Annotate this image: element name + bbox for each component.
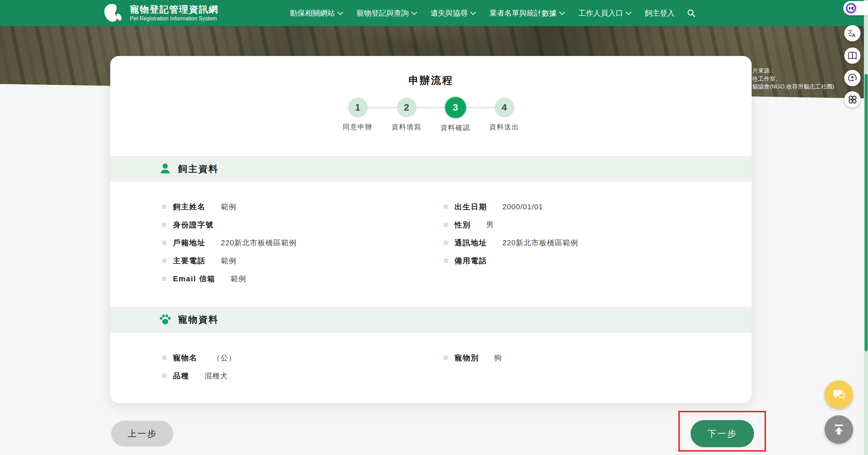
- main-nav: 動保相關網站 寵物登記與查詢 遺失與協尋 業者名單與統計數據 工作人員入口 飼主…: [290, 0, 696, 26]
- chat-feedback-button[interactable]: [825, 380, 853, 409]
- pet-section-header: 寵物資料: [110, 306, 752, 333]
- field-gender: 性別 男: [444, 216, 578, 234]
- field-label: 身份證字號: [173, 220, 214, 230]
- field-value: 220新北市板橋區範例: [502, 238, 578, 248]
- search-icon: [687, 9, 696, 18]
- back-to-top-button[interactable]: [825, 415, 853, 444]
- nav-pet-registration-query[interactable]: 寵物登記與查詢: [356, 8, 416, 18]
- nav-item-label: 動保相關網站: [290, 8, 335, 18]
- pet-fields-left: 寵物名 （公） 品種 混種犬: [162, 349, 236, 385]
- field-value: （公）: [213, 353, 236, 363]
- search-button[interactable]: [687, 9, 696, 18]
- site-subtitle: Pet Registration Information System: [130, 15, 218, 22]
- step-circle: 2: [397, 98, 417, 117]
- field-bullet: [162, 259, 167, 263]
- nav-owner-login[interactable]: 飼主登入: [645, 8, 675, 18]
- photo-credit-line: 牲工作室、: [752, 75, 834, 83]
- next-step-button[interactable]: 下一步: [691, 420, 754, 447]
- field-bullet: [162, 374, 167, 378]
- field-label: 通訊地址: [455, 238, 487, 248]
- chevron-down-icon: [470, 9, 476, 15]
- step-circle: 1: [348, 98, 368, 117]
- nav-item-label: 業者名單與統計數據: [489, 8, 557, 18]
- nav-item-label: 工作人員入口: [578, 8, 623, 18]
- owner-section-title: 飼主資料: [178, 163, 219, 175]
- arrow-to-top-icon: [831, 422, 847, 437]
- guide-book-button[interactable]: [844, 48, 861, 64]
- apps-grid-button[interactable]: [844, 91, 861, 108]
- nav-vendor-list-statistics[interactable]: 業者名單與統計數據: [489, 8, 564, 18]
- owner-fields-right: 出生日期 2000/01/01 性別 男 通訊地址 220新北市板橋區範例 備用…: [444, 198, 578, 270]
- scrollbar-track[interactable]: [864, 0, 868, 455]
- top-navigation-bar: 寵物登記管理資訊網 Pet Registration Information S…: [0, 0, 868, 26]
- chat-bubbles-icon: [831, 387, 847, 402]
- field-pet-type: 寵物別 狗: [444, 349, 502, 367]
- process-title: 申辦流程: [110, 56, 752, 88]
- nav-lost-and-found[interactable]: 遺失與協尋: [430, 8, 475, 18]
- step-2-fill: 2 資料填寫: [382, 98, 431, 132]
- field-pet-name: 寵物名 （公）: [162, 349, 236, 367]
- step-label: 資料送出: [489, 122, 519, 132]
- field-bullet: [444, 259, 448, 263]
- chevron-down-icon: [411, 9, 417, 15]
- field-label: 飼主姓名: [173, 202, 206, 212]
- nav-item-label: 飼主登入: [645, 8, 675, 18]
- previous-step-button[interactable]: 上一步: [111, 421, 173, 447]
- field-value: 範例: [221, 202, 236, 212]
- field-bullet: [162, 205, 167, 209]
- nav-animal-protection-sites[interactable]: 動保相關網站: [290, 8, 342, 18]
- chevron-down-icon: [337, 9, 343, 15]
- site-logo[interactable]: 寵物登記管理資訊網 Pet Registration Information S…: [103, 3, 218, 23]
- field-value: 男: [486, 220, 494, 230]
- site-title: 寵物登記管理資訊網: [130, 4, 218, 15]
- field-value: 狗: [494, 353, 502, 363]
- step-label: 資料確認: [441, 123, 470, 132]
- field-value: 混種犬: [205, 371, 228, 381]
- step-label: 資料填寫: [392, 122, 422, 132]
- field-bullet: [444, 241, 448, 245]
- open-book-icon: [847, 51, 857, 61]
- field-bullet: [444, 223, 448, 227]
- field-birth-date: 出生日期 2000/01/01: [444, 198, 578, 216]
- application-confirm-card: 申辦流程 1 同意申辦 2 資料填寫 3 資料確認 4 資料送出: [110, 56, 752, 403]
- field-bullet: [162, 356, 167, 360]
- step-circle: 4: [495, 98, 514, 117]
- photo-credit-line: 片來源：: [752, 67, 834, 75]
- nav-item-label: 寵物登記與查詢: [356, 8, 409, 18]
- field-label: 戶籍地址: [173, 238, 206, 248]
- field-label: 出生日期: [455, 202, 487, 212]
- translate-button[interactable]: 文 A: [844, 25, 861, 41]
- pet-section-title: 寵物資料: [178, 314, 219, 326]
- field-bullet: [162, 223, 167, 227]
- field-value: 範例: [231, 274, 246, 284]
- step-4-submit: 4 資料送出: [480, 98, 529, 132]
- svg-text:A: A: [852, 33, 855, 38]
- photo-credit: 片來源： 牲工作室、 貓協會(NGO,收容所貓志工社團): [752, 67, 834, 91]
- step-circle-active: 3: [445, 97, 466, 118]
- field-id-number: 身份證字號: [162, 216, 297, 234]
- pet-logo-icon: [103, 3, 122, 23]
- chevron-down-icon: [626, 9, 632, 15]
- paw-icon: [158, 313, 172, 326]
- nav-staff-portal[interactable]: 工作人員入口: [578, 8, 631, 18]
- field-primary-phone: 主要電話 範例: [162, 252, 297, 270]
- field-label: 性別: [455, 220, 471, 230]
- field-label: 寵物別: [455, 353, 479, 363]
- field-value: 220新北市板橋區範例: [221, 238, 297, 248]
- field-backup-phone: 備用電話: [444, 252, 578, 270]
- accessibility-broadcast-button[interactable]: [844, 70, 861, 86]
- field-value: 範例: [221, 256, 236, 266]
- field-bullet: [444, 205, 448, 209]
- process-stepper: 1 同意申辦 2 資料填寫 3 資料確認 4 資料送出: [333, 98, 529, 139]
- field-household-address: 戶籍地址 220新北市板橋區範例: [162, 234, 297, 252]
- scrollbar-thumb[interactable]: [865, 74, 868, 351]
- step-1-agree: 1 同意申辦: [333, 98, 382, 132]
- field-label: 備用電話: [455, 256, 487, 266]
- field-bullet: [162, 241, 167, 245]
- pet-fields-right: 寵物別 狗: [444, 349, 502, 367]
- field-label: 主要電話: [173, 256, 206, 266]
- field-label: 品種: [173, 371, 189, 381]
- translate-icon: 文 A: [847, 28, 857, 38]
- owner-fields-left: 飼主姓名 範例 身份證字號 戶籍地址 220新北市板橋區範例 主要電話 範例 E…: [162, 198, 297, 288]
- ai-assistant-button[interactable]: [843, 1, 868, 15]
